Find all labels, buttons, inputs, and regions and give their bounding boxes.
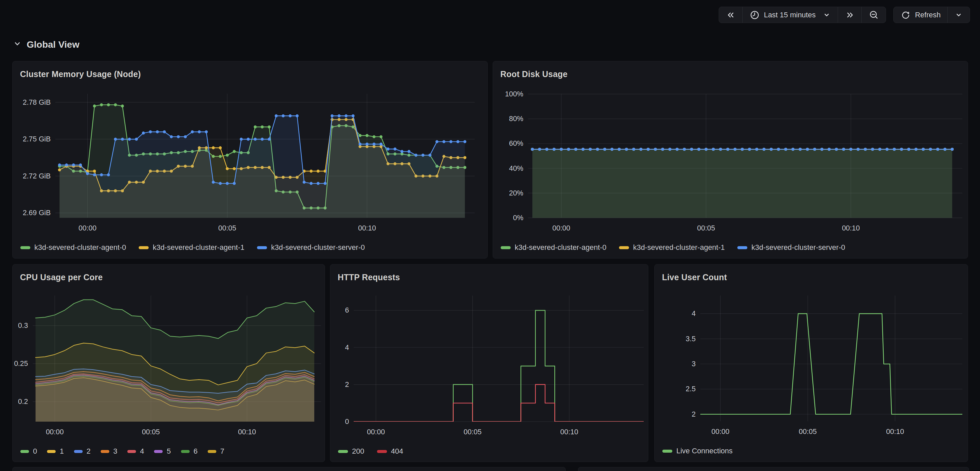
series-line-200 [354, 310, 644, 422]
chart-http-requests[interactable]: 00:0000:0500:106420200404 [330, 265, 648, 461]
legend-swatch [74, 450, 83, 453]
legend-item[interactable]: 1 [47, 447, 64, 456]
y-axis-tick-label: 2.69 GiB [23, 209, 51, 217]
legend-item[interactable]: k3d-severed-cluster-server-0 [737, 243, 845, 252]
legend-swatch [20, 450, 29, 453]
x-axis-tick-label: 00:05 [464, 428, 482, 436]
chart-canvas[interactable]: 00:0000:0500:100.30.250.2 [13, 265, 325, 462]
legend-item[interactable]: 6 [181, 447, 198, 456]
legend-label: k3d-severed-cluster-agent-0 [34, 243, 126, 252]
legend-label: 1 [60, 447, 64, 456]
legend-item[interactable]: 200 [338, 447, 364, 456]
chart-root-disk-usage[interactable]: 00:0000:0500:10100%80%60%40%20%0%k3d-sev… [493, 61, 968, 258]
time-range-picker[interactable]: Last 15 minutes [742, 7, 838, 23]
partial-panel-left [12, 467, 566, 471]
y-axis-tick-label: 80% [509, 115, 523, 123]
y-axis-tick-label: 3.5 [686, 335, 696, 343]
legend-swatch [127, 450, 136, 453]
legend-label: k3d-severed-cluster-agent-0 [515, 243, 606, 252]
legend-label: 3 [113, 447, 117, 456]
legend-item[interactable]: 0 [20, 447, 37, 456]
y-axis-tick-label: 2.72 GiB [23, 172, 51, 180]
chart-live-user-count[interactable]: 00:0000:0500:1043.532.52Live Connections [655, 265, 968, 461]
y-axis-tick-label: 2 [345, 381, 349, 389]
y-axis-tick-label: 2 [692, 410, 696, 418]
legend-label: k3d-severed-cluster-agent-1 [633, 243, 725, 252]
magnifier-minus-icon [868, 10, 879, 20]
chevron-down-icon [13, 39, 21, 50]
legend-item[interactable]: k3d-severed-cluster-server-0 [257, 243, 365, 252]
zoom-out-button[interactable] [861, 7, 886, 23]
legend-swatch [737, 246, 747, 249]
time-controls-group: Last 15 minutes [719, 7, 886, 23]
double-chevron-right-icon [845, 10, 855, 20]
chart-legend: 200404 [338, 447, 403, 456]
x-axis-tick-label: 00:10 [358, 224, 376, 232]
double-chevron-left-icon [725, 10, 736, 20]
chart-cluster-memory-usage[interactable]: 00:0000:0500:102.78 GiB2.75 GiB2.72 GiB2… [13, 61, 487, 258]
legend-item[interactable]: k3d-severed-cluster-agent-1 [138, 243, 244, 252]
legend-item[interactable]: k3d-severed-cluster-agent-0 [20, 243, 126, 252]
panel-cluster-memory-usage: Cluster Memory Usage (Node) 00:0000:0500… [12, 61, 488, 259]
chart-legend: Live Connections [662, 447, 733, 455]
legend-label: 4 [140, 447, 144, 456]
legend-label: k3d-severed-cluster-agent-1 [153, 243, 244, 252]
x-axis-tick-label: 00:10 [238, 428, 256, 436]
x-axis-tick-label: 00:00 [79, 224, 97, 232]
legend-item[interactable]: Live Connections [662, 447, 733, 455]
panel-cpu-usage-per-core: CPU Usage per Core 00:0000:0500:100.30.2… [12, 264, 325, 462]
y-axis-tick-label: 0.2 [18, 398, 28, 406]
y-axis-tick-label: 0.25 [14, 359, 28, 367]
chart-canvas[interactable]: 00:0000:0500:1043.532.52 [655, 265, 968, 462]
x-axis-tick-label: 00:00 [711, 428, 729, 436]
chart-cpu-usage-per-core[interactable]: 00:0000:0500:100.30.250.201234567 [13, 265, 325, 461]
legend-item[interactable]: 5 [154, 447, 171, 456]
legend-item[interactable]: 404 [377, 447, 403, 456]
row-header-global-view[interactable]: Global View [13, 39, 80, 50]
series-line-404 [354, 385, 644, 422]
legend-label: k3d-severed-cluster-server-0 [271, 243, 365, 252]
chart-legend: k3d-severed-cluster-agent-0k3d-severed-c… [20, 243, 365, 252]
chart-canvas[interactable]: 00:0000:0500:102.78 GiB2.75 GiB2.72 GiB2… [13, 61, 488, 259]
chart-canvas[interactable]: 00:0000:0500:10100%80%60%40%20%0% [493, 61, 968, 259]
x-axis-tick-label: 00:10 [560, 428, 578, 436]
chart-canvas[interactable]: 00:0000:0500:106420 [330, 265, 649, 462]
x-axis-tick-label: 00:05 [142, 428, 160, 436]
y-axis-tick-label: 2.5 [686, 385, 696, 393]
chart-legend: 01234567 [20, 447, 224, 456]
dashboard-toolbar: Last 15 minutes Refresh [719, 7, 970, 23]
legend-swatch [619, 246, 629, 249]
legend-swatch [501, 246, 511, 249]
legend-swatch [662, 450, 672, 453]
x-axis-tick-label: 00:05 [218, 224, 236, 232]
time-shift-forward-button[interactable] [838, 7, 861, 23]
legend-item[interactable]: k3d-severed-cluster-agent-1 [619, 243, 725, 252]
refresh-interval-dropdown[interactable] [947, 7, 970, 23]
legend-swatch [338, 450, 348, 453]
refresh-label: Refresh [915, 11, 941, 19]
refresh-button[interactable]: Refresh [894, 7, 947, 23]
y-axis-tick-label: 20% [509, 189, 523, 197]
y-axis-tick-label: 0.3 [18, 322, 28, 330]
y-axis-tick-label: 2.78 GiB [23, 98, 51, 106]
legend-item[interactable]: k3d-severed-cluster-agent-0 [501, 243, 606, 252]
y-axis-tick-label: 0% [513, 214, 523, 222]
legend-swatch [257, 246, 267, 249]
legend-label: 404 [391, 447, 403, 456]
chevron-down-icon [955, 11, 963, 19]
legend-label: 0 [33, 447, 37, 456]
legend-item[interactable]: 2 [74, 447, 91, 456]
time-shift-back-button[interactable] [719, 7, 742, 23]
legend-label: 200 [352, 447, 364, 456]
y-axis-tick-label: 6 [345, 306, 349, 314]
legend-label: 2 [87, 447, 91, 456]
legend-item[interactable]: 3 [101, 447, 117, 456]
y-axis-tick-label: 100% [505, 90, 523, 98]
y-axis-tick-label: 60% [509, 139, 523, 147]
panel-root-disk-usage: Root Disk Usage 00:0000:0500:10100%80%60… [493, 61, 968, 259]
time-range-label: Last 15 minutes [764, 11, 816, 19]
legend-item[interactable]: 7 [208, 447, 224, 456]
y-axis-tick-label: 4 [345, 343, 349, 351]
legend-item[interactable]: 4 [127, 447, 144, 456]
x-axis-tick-label: 00:00 [552, 224, 570, 232]
